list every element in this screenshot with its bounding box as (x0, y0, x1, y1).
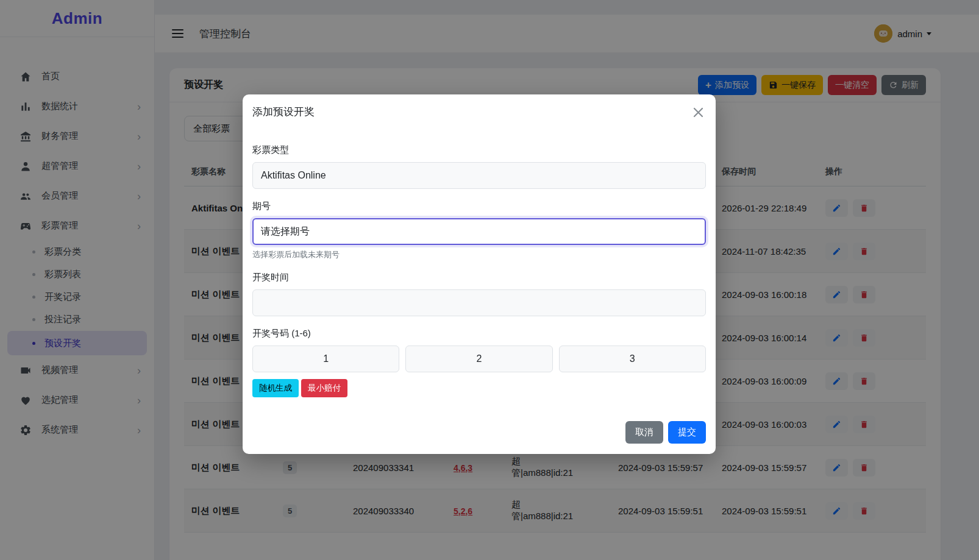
number-input-2[interactable] (405, 346, 552, 372)
modal-header: 添加预设开奖 (243, 94, 716, 122)
issue-help-text: 选择彩票后加载未来期号 (252, 249, 706, 260)
modal-body: 彩票类型 期号 请选择期号 选择彩票后加载未来期号 开奖时间 开奖号码 (1-6… (243, 122, 716, 397)
number-input-3[interactable] (559, 346, 706, 372)
add-preset-modal: 添加预设开奖 彩票类型 期号 请选择期号 选择彩票后加载未来期号 开奖时间 开奖… (243, 94, 716, 454)
number-input-1[interactable] (252, 346, 399, 372)
lottery-type-input[interactable] (252, 162, 706, 189)
close-icon (692, 106, 705, 119)
issue-select-placeholder: 请选择期号 (261, 225, 310, 238)
close-button[interactable] (691, 105, 706, 122)
issue-select[interactable]: 请选择期号 (252, 218, 706, 245)
draw-numbers-label: 开奖号码 (1-6) (252, 328, 706, 339)
modal-footer: 取消 提交 (243, 421, 716, 454)
draw-numbers-inputs (252, 346, 706, 372)
submit-button[interactable]: 提交 (668, 421, 706, 444)
draw-time-label: 开奖时间 (252, 272, 706, 283)
issue-label: 期号 (252, 200, 706, 212)
modal-title: 添加预设开奖 (252, 105, 315, 119)
cancel-button[interactable]: 取消 (625, 421, 663, 444)
draw-time-input[interactable] (252, 289, 706, 316)
random-generate-button[interactable]: 随机生成 (252, 379, 299, 397)
lottery-type-label: 彩票类型 (252, 144, 706, 156)
min-payout-button[interactable]: 最小赔付 (301, 379, 347, 397)
